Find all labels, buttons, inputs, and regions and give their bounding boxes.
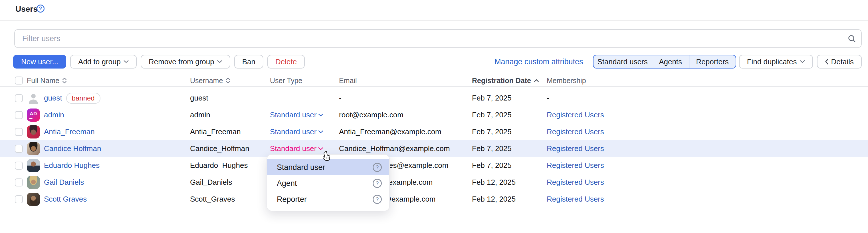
search-icon [847, 34, 856, 43]
page-title: Users [16, 5, 38, 14]
sort-both-icon [62, 77, 67, 84]
manage-custom-attributes-link[interactable]: Manage custom attributes [495, 57, 583, 66]
help-circle-icon[interactable]: ? [373, 179, 382, 188]
help-icon[interactable]: ? [36, 5, 44, 12]
registration-date-cell: Feb 12, 2025 [472, 191, 516, 208]
dropdown-item-reporter[interactable]: Reporter ? [267, 191, 389, 207]
sort-both-icon [226, 77, 230, 84]
table-row-gail-daniels: Gail Daniels Gail_Daniels Standard user … [0, 174, 868, 191]
user-type-link-open[interactable]: Standard user [270, 144, 323, 153]
email-cell: Antia_Freeman@example.com [339, 123, 441, 140]
select-all-checkbox[interactable] [15, 77, 23, 85]
membership-link[interactable]: Registered Users [547, 127, 604, 136]
avatar-placeholder-icon [27, 92, 40, 105]
dropdown-item-agent[interactable]: Agent ? [267, 175, 389, 191]
table-row-eduardo-hughes: Eduardo Hughes Eduardo_Hughes Standard u… [0, 157, 868, 174]
table-row-scott-graves: Scott Graves Scott_Graves Standard user … [0, 191, 868, 208]
delete-button[interactable]: Delete [267, 55, 305, 68]
column-header-user-type[interactable]: User Type [270, 75, 302, 86]
registration-date-cell: Feb 7, 2025 [472, 123, 512, 140]
registration-date-cell: Feb 7, 2025 [472, 157, 512, 174]
username-cell: Antia_Freeman [190, 123, 241, 140]
segment-reporters[interactable]: Reporters [689, 55, 736, 68]
email-cell: - [339, 90, 342, 107]
user-name-link[interactable]: admin [44, 111, 64, 119]
username-cell: guest [190, 90, 208, 107]
avatar: AD [27, 109, 40, 122]
user-type-link[interactable]: Standard user [270, 127, 323, 136]
new-user-button[interactable]: New user... [13, 55, 66, 68]
filter-users-bar [14, 29, 862, 48]
column-header-full-name[interactable]: Full Name [27, 75, 67, 86]
chevron-down-icon [318, 147, 323, 150]
row-checkbox[interactable] [15, 128, 23, 136]
toolbar: New user... Add to group Remove from gro… [13, 55, 862, 68]
column-header-username[interactable]: Username [190, 75, 230, 86]
registration-date-cell: Feb 7, 2025 [472, 107, 512, 123]
row-checkbox[interactable] [15, 178, 23, 186]
segment-agents[interactable]: Agents [652, 55, 689, 68]
chevron-left-icon [825, 59, 828, 64]
search-button[interactable] [842, 30, 861, 48]
user-name-link[interactable]: Gail Daniels [44, 178, 84, 187]
column-header-email[interactable]: Email [339, 75, 357, 86]
membership-link[interactable]: Registered Users [547, 195, 604, 204]
user-name-link[interactable]: Antia_Freeman [44, 127, 95, 136]
user-name-link[interactable]: Eduardo Hughes [44, 161, 100, 170]
user-name-link[interactable]: Scott Graves [44, 195, 87, 204]
username-cell: Scott_Graves [190, 191, 235, 208]
membership-link[interactable]: Registered Users [547, 178, 604, 187]
help-circle-icon[interactable]: ? [373, 163, 382, 172]
find-duplicates-button[interactable]: Find duplicates [739, 55, 813, 68]
avatar [27, 159, 40, 172]
username-cell: admin [190, 107, 210, 123]
user-name-link[interactable]: guest [44, 94, 62, 103]
row-checkbox[interactable] [15, 145, 23, 153]
username-cell: Candice_Hoffman [190, 140, 249, 157]
membership-link[interactable]: Registered Users [547, 144, 604, 153]
chevron-down-icon [217, 60, 222, 63]
segment-standard-users[interactable]: Standard users [593, 55, 652, 68]
chevron-down-icon [318, 113, 323, 117]
ban-button[interactable]: Ban [234, 55, 264, 68]
avatar [27, 176, 40, 189]
banned-badge: banned [66, 93, 100, 104]
user-type-link[interactable]: Standard user [270, 111, 323, 119]
email-cell: root@example.com [339, 107, 403, 123]
membership-cell: - [547, 90, 549, 107]
avatar [27, 193, 40, 206]
registration-date-cell: Feb 12, 2025 [472, 174, 516, 191]
user-name-link[interactable]: Candice Hoffman [44, 144, 101, 153]
table-row-antia-freeman: Antia_Freeman Antia_Freeman Standard use… [0, 123, 868, 140]
chevron-down-icon [318, 130, 323, 134]
registration-date-cell: Feb 7, 2025 [472, 90, 512, 107]
header-divider [0, 20, 868, 21]
sort-asc-icon [534, 79, 539, 83]
table-header: Full Name Username User Type Email Regis… [0, 75, 868, 87]
registration-date-cell: Feb 7, 2025 [472, 140, 512, 157]
column-header-membership[interactable]: Membership [547, 75, 586, 86]
filter-users-input[interactable] [15, 30, 842, 48]
user-type-filter-segmented: Standard users Agents Reporters [593, 55, 736, 68]
toolbar-right: Manage custom attributes Standard users … [495, 55, 862, 68]
remove-from-group-button[interactable]: Remove from group [141, 55, 230, 68]
help-circle-icon[interactable]: ? [373, 195, 382, 204]
username-cell: Eduardo_Hughes [190, 157, 248, 174]
user-type-dropdown: Standard user ? Agent ? Reporter ? [267, 154, 390, 211]
row-checkbox[interactable] [15, 111, 23, 119]
avatar [27, 125, 40, 139]
column-header-registration-date[interactable]: Registration Date [472, 75, 539, 86]
avatar [27, 142, 40, 155]
users-admin-page: Users ? New user... Add to group Remove … [0, 0, 868, 233]
add-to-group-button[interactable]: Add to group [70, 55, 137, 68]
chevron-down-icon [800, 60, 805, 63]
row-checkbox[interactable] [15, 162, 23, 170]
membership-link[interactable]: Registered Users [547, 161, 604, 170]
username-cell: Gail_Daniels [190, 174, 232, 191]
table-row-candice-hoffman: Candice Hoffman Candice_Hoffman Standard… [0, 140, 868, 157]
details-button[interactable]: Details [817, 55, 862, 68]
row-checkbox[interactable] [15, 94, 23, 102]
row-checkbox[interactable] [15, 195, 23, 203]
dropdown-item-standard-user[interactable]: Standard user ? [267, 159, 389, 175]
membership-link[interactable]: Registered Users [547, 111, 604, 119]
